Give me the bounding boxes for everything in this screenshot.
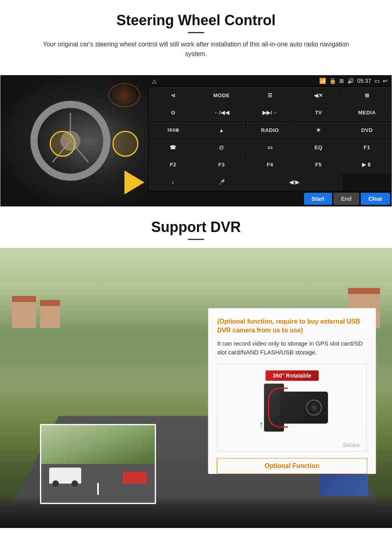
photo-inner: [0, 75, 148, 206]
volume-icon: 🔊: [347, 78, 354, 84]
steering-wheel-section: Steering Wheel Control Your original car…: [0, 0, 392, 75]
home-triangle-icon: △: [152, 78, 156, 84]
btn-screen[interactable]: ▭: [246, 139, 294, 156]
wheel-wrapper: [38, 101, 110, 181]
dvr-section: Support DVR (Optional function, require …: [0, 207, 392, 528]
btn-next[interactable]: ▶▶/→: [246, 104, 294, 121]
car-suv-graphic: [49, 468, 81, 484]
wifi-icon: 📶: [319, 78, 326, 84]
highlight-circle-right: [112, 131, 138, 157]
window-icon: ▭: [374, 78, 380, 84]
btn-internet[interactable]: @: [198, 139, 245, 156]
dvr-camera-box: 360° Rotatable ↑ Seicane: [217, 364, 367, 452]
btn-brightness[interactable]: ☀: [295, 122, 342, 138]
swc-interface-container: △ 📶 🔒 ⊞ 🔊 05:37 ▭ ↩ ⊲ MODE ☰ ◀✕ ⊞ ⊙ ←/◀◀…: [0, 75, 392, 207]
seicane-watermark: Seicane: [343, 442, 360, 448]
btn-eq[interactable]: EQ: [295, 139, 342, 156]
btn-prev[interactable]: ←/◀◀: [198, 104, 245, 121]
btn-f2[interactable]: F2: [149, 156, 197, 173]
btn-mic[interactable]: 🎤: [198, 174, 245, 190]
btn-f5[interactable]: F5: [295, 156, 342, 173]
dvr-description: It can record video only to storage in G…: [217, 339, 367, 357]
status-bar: △ 📶 🔒 ⊞ 🔊 05:37 ▭ ↩: [148, 75, 392, 86]
swc-title-underline: [188, 32, 204, 33]
btn-dvd[interactable]: DVD: [343, 122, 391, 138]
back-icon: ↩: [383, 78, 388, 84]
highlight-circle-left: [50, 131, 76, 157]
car-thumbnail: [40, 424, 156, 504]
cam-rotation-arc: [268, 388, 288, 428]
dvr-info-card: (Optional function, require to buy exter…: [208, 308, 376, 474]
btn-playpause[interactable]: ▶⏸: [343, 156, 391, 173]
camera-body-graphic: ↑: [256, 384, 328, 432]
btn-audiofade[interactable]: ◀/▶: [246, 174, 342, 190]
yellow-arrow: [124, 170, 144, 194]
blue-car-hint: [320, 472, 368, 496]
road-center-line: [97, 483, 99, 495]
swc-description: Your original car's steering wheel contr…: [40, 40, 352, 59]
btn-mute[interactable]: ◀✕: [295, 87, 342, 104]
btn-f3[interactable]: F3: [198, 156, 245, 173]
cam-lens: [306, 400, 322, 416]
building-2: [40, 300, 60, 328]
btn-phone[interactable]: ☎: [149, 139, 197, 156]
btn-radio[interactable]: RADIO: [246, 122, 294, 138]
bottom-action-bar: Start End Clear: [148, 191, 392, 206]
lock-icon: 🔒: [329, 78, 336, 84]
dvr-title-underline: [188, 239, 204, 240]
red-car: [123, 472, 147, 484]
btn-apps[interactable]: ⊞: [343, 87, 391, 104]
status-right: 📶 🔒 ⊞ 🔊 05:37 ▭ ↩: [319, 78, 388, 84]
btn-settings[interactable]: ⊙: [149, 104, 197, 121]
dvr-optional-text: (Optional function, require to buy exter…: [217, 317, 367, 335]
btn-music[interactable]: ♪: [149, 174, 197, 190]
btn-menu[interactable]: ☰: [246, 87, 294, 104]
clear-button[interactable]: Clear: [361, 193, 390, 205]
end-button[interactable]: End: [334, 193, 359, 205]
dvr-background-photo: (Optional function, require to buy exter…: [0, 248, 392, 528]
btn-tv[interactable]: TV: [295, 104, 342, 121]
button-grid: ⊲ MODE ☰ ◀✕ ⊞ ⊙ ←/◀◀ ▶▶/→ TV MEDIA 360⊞ …: [148, 86, 392, 191]
btn-f1[interactable]: F1: [343, 139, 391, 156]
btn-media[interactable]: MEDIA: [343, 104, 391, 121]
steering-wheel-photo: [0, 75, 148, 206]
rotation-arrow-icon: ↑: [259, 419, 264, 430]
start-button[interactable]: Start: [304, 193, 332, 205]
grid-icon: ⊞: [339, 78, 344, 84]
dvr-title: Support DVR: [16, 219, 376, 236]
btn-mode[interactable]: MODE: [198, 87, 245, 104]
optional-function-label: Optional Function: [217, 458, 367, 474]
building-1: [12, 296, 36, 328]
swc-title: Steering Wheel Control: [16, 12, 376, 29]
btn-spacer: [343, 174, 391, 190]
btn-eject[interactable]: ▲: [198, 122, 245, 138]
status-left: △: [152, 78, 156, 84]
btn-nav-arrow[interactable]: ⊲: [149, 87, 197, 104]
time-display: 05:37: [357, 78, 371, 84]
btn-f4[interactable]: F4: [246, 156, 294, 173]
gauge-hint: [108, 83, 140, 107]
badge-360: 360° Rotatable: [266, 370, 319, 381]
btn-360cam[interactable]: 360⊞: [149, 122, 197, 138]
dvr-title-area: Support DVR: [0, 207, 392, 248]
android-ui-panel: △ 📶 🔒 ⊞ 🔊 05:37 ▭ ↩ ⊲ MODE ☰ ◀✕ ⊞ ⊙ ←/◀◀…: [148, 75, 392, 206]
